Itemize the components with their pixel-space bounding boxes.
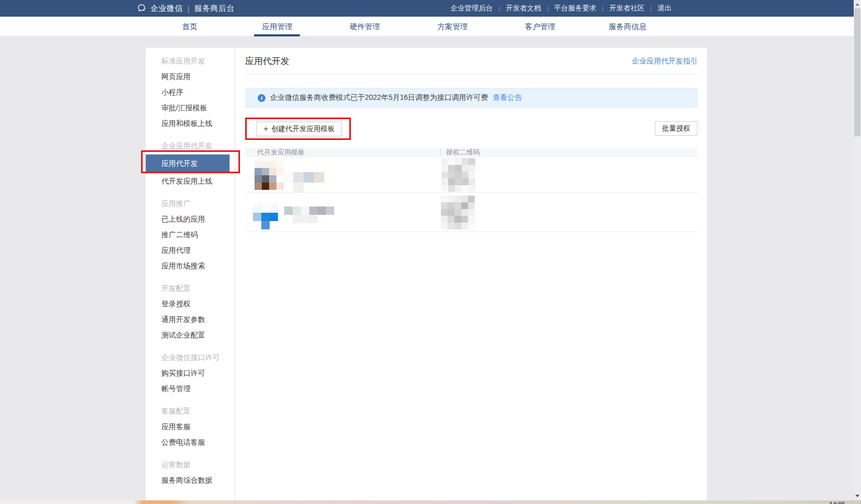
topbar-link[interactable]: 开发者社区: [609, 4, 644, 13]
sidebar-group: 标准应用开发网页应用小程序审批/汇报模板应用和模板上线: [146, 53, 235, 131]
nav-tab-label: 应用管理: [262, 22, 292, 32]
nav-tab-label: 方案管理: [437, 22, 467, 32]
primary-nav: 首页应用管理硬件管理方案管理客户管理服务商信息: [0, 17, 861, 36]
table-header: 代开发应用模板 授权二维码: [245, 147, 698, 158]
nav-tab[interactable]: 方案管理: [409, 17, 496, 36]
triangle-down-icon: [855, 495, 859, 497]
nav-tab-label: 首页: [182, 22, 197, 32]
active-tab-underline: [254, 34, 300, 36]
sidebar-group-header: 开发配置: [146, 280, 235, 296]
sidebar: 标准应用开发网页应用小程序审批/汇报模板应用和模板上线企业应用代开发应用代开发代…: [146, 48, 235, 500]
sidebar-group: 开发配置登录授权通用开发参数测试企业配置: [146, 280, 235, 343]
brand-divider: |: [187, 4, 189, 13]
nav-tab[interactable]: 客户管理: [496, 17, 584, 36]
sidebar-item[interactable]: 网页应用: [146, 69, 235, 84]
table-row[interactable]: [245, 158, 698, 193]
main-card: 标准应用开发网页应用小程序审批/汇报模板应用和模板上线企业应用代开发应用代开发代…: [146, 48, 707, 500]
guide-link[interactable]: 企业应用代开发指引: [632, 57, 698, 66]
notice-banner: i 企业微信服务商收费模式已于2022年5月16日调整为接口调用许可费 查看公告: [245, 88, 698, 108]
info-icon: i: [258, 94, 265, 102]
sidebar-item[interactable]: 公费电话客服: [146, 434, 235, 450]
annotation-box-sidebar: [141, 150, 240, 173]
qr-cell: [440, 158, 698, 192]
topbar-link[interactable]: 企业管理后台: [451, 4, 493, 13]
table-row[interactable]: [245, 193, 698, 232]
topbar-link[interactable]: 平台服务要求: [554, 4, 596, 13]
template-cell: [245, 158, 440, 192]
column-header-qr: 授权二维码: [440, 149, 698, 156]
sidebar-item[interactable]: 推广二维码: [146, 227, 235, 242]
nav-tab-label: 硬件管理: [350, 22, 380, 32]
create-template-label: 创建代开发应用模板: [271, 124, 335, 134]
scrollbar: [854, 0, 861, 500]
nav-tab-label: 客户管理: [525, 22, 555, 32]
scroll-down-arrow[interactable]: [854, 492, 861, 499]
sidebar-item[interactable]: 测试企业配置: [146, 327, 235, 343]
sidebar-group-header: 运营数据: [146, 457, 235, 472]
topbar-links: 企业管理后台|开发者文档|平台服务要求|开发者社区|退出: [451, 4, 672, 13]
nav-tabs: 首页应用管理硬件管理方案管理客户管理服务商信息: [146, 17, 672, 36]
qr-cell: [440, 193, 698, 231]
toolbar: + 创建代开发应用模板 批量授权: [245, 118, 698, 143]
nav-tab[interactable]: 服务商信息: [584, 17, 672, 36]
sidebar-item[interactable]: 通用开发参数: [146, 312, 235, 327]
taskbar-clock: 14:05: [829, 501, 845, 504]
scroll-up-arrow[interactable]: [854, 1, 861, 8]
notice-link[interactable]: 查看公告: [493, 93, 522, 102]
sidebar-item[interactable]: 已上线的应用: [146, 211, 235, 227]
sidebar-group-header: 企业应用代开发: [146, 138, 235, 153]
blurred-app-name-1: [283, 172, 324, 193]
triangle-up-icon: [855, 3, 859, 6]
sidebar-group: 客服配置应用客服公费电话客服: [146, 403, 235, 450]
nav-tab[interactable]: 硬件管理: [321, 17, 409, 36]
sidebar-group-header: 客服配置: [146, 403, 235, 419]
nav-tab[interactable]: 应用管理: [233, 17, 321, 36]
sidebar-item[interactable]: 代开发应用上线: [146, 173, 235, 189]
topbar-link-separator: |: [602, 5, 603, 12]
template-cell: [245, 193, 440, 231]
sidebar-item[interactable]: 应用和模板上线: [146, 115, 235, 131]
page-title: 应用代开发: [245, 55, 289, 68]
top-bar: 企业微信 | 服务商后台 企业管理后台|开发者文档|平台服务要求|开发者社区|退…: [0, 0, 861, 17]
scrollbar-thumb[interactable]: [854, 8, 860, 136]
content-area: 应用代开发 企业应用代开发指引 i 企业微信服务商收费模式已于2022年5月16…: [236, 48, 707, 500]
sidebar-group: 企业微信接口许可购买接口许可帐号管理: [146, 350, 235, 396]
create-template-button[interactable]: + 创建代开发应用模板: [256, 122, 342, 136]
sidebar-item[interactable]: 服务商综合数据: [146, 472, 235, 488]
topbar-link-separator: |: [499, 5, 500, 12]
brand-subtitle: 服务商后台: [194, 4, 235, 14]
topbar-link-separator: |: [650, 5, 652, 12]
sidebar-item[interactable]: 登录授权: [146, 296, 235, 312]
sidebar-item[interactable]: 应用代开发: [146, 154, 230, 172]
batch-authorize-button[interactable]: 批量授权: [655, 121, 698, 136]
topbar-link[interactable]: 开发者文档: [506, 4, 541, 13]
blurred-app-icon-2: [253, 204, 278, 229]
notice-text: 企业微信服务商收费模式已于2022年5月16日调整为接口调用许可费: [270, 93, 488, 102]
sidebar-group: 企业应用代开发应用代开发代开发应用上线: [146, 138, 235, 189]
sidebar-group-header: 企业微信接口许可: [146, 350, 235, 365]
blurred-app-name-2: [284, 206, 334, 223]
sidebar-item[interactable]: 审批/汇报模板: [146, 100, 235, 115]
header-divider: [245, 74, 698, 74]
topbar-link-separator: |: [547, 5, 548, 12]
brand-name: 企业微信: [150, 4, 183, 14]
nav-tab[interactable]: 首页: [146, 17, 233, 36]
brand-logo[interactable]: 企业微信 | 服务商后台: [136, 3, 234, 14]
plus-icon: +: [263, 125, 268, 133]
nav-tab-label: 服务商信息: [609, 22, 647, 32]
sidebar-item[interactable]: 小程序: [146, 84, 235, 100]
topbar-link[interactable]: 退出: [657, 4, 672, 13]
sidebar-item[interactable]: 购买接口许可: [146, 365, 235, 381]
sidebar-item[interactable]: 应用客服: [146, 419, 235, 434]
sidebar-item[interactable]: 应用代理: [146, 242, 235, 258]
sidebar-group-header: 应用推广: [146, 196, 235, 211]
sidebar-item[interactable]: 帐号管理: [146, 381, 235, 396]
blurred-qr-code-1: [441, 158, 475, 192]
wechat-work-logo-icon: [136, 3, 147, 14]
sidebar-item[interactable]: 应用市场搜索: [146, 258, 235, 274]
sidebar-group: 运营数据服务商综合数据: [146, 457, 235, 488]
templates-table: 代开发应用模板 授权二维码: [245, 147, 698, 232]
taskbar-strip: 14:05: [0, 500, 861, 504]
column-header-template: 代开发应用模板: [245, 148, 440, 157]
sidebar-group: 应用推广已上线的应用推广二维码应用代理应用市场搜索: [146, 196, 235, 274]
